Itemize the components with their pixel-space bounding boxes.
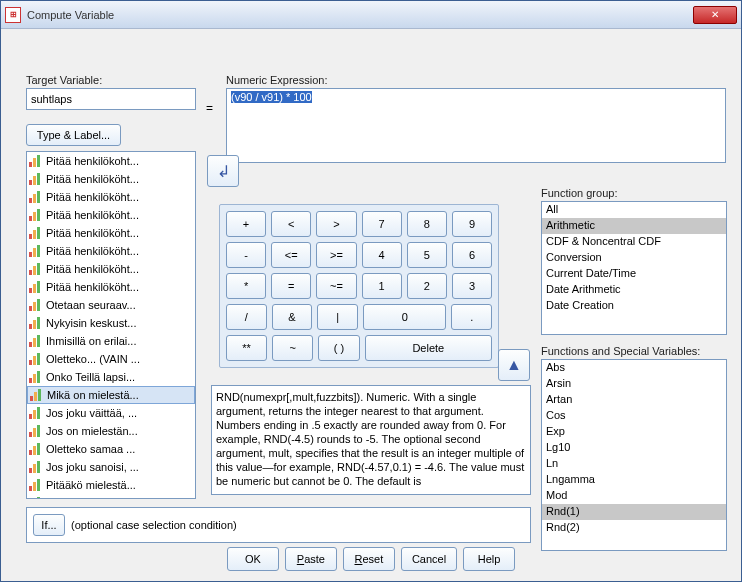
variable-icon — [29, 155, 43, 167]
keypad--button[interactable]: > — [316, 211, 356, 237]
variable-list-item[interactable]: Jos joku väittää, ... — [27, 404, 195, 422]
keypad--button[interactable]: ** — [226, 335, 267, 361]
variable-list-item[interactable]: Ihmisillä on erilai... — [27, 332, 195, 350]
keypad--button[interactable]: / — [226, 304, 267, 330]
variable-list-item[interactable]: Oletteko samaa ... — [27, 440, 195, 458]
variable-list-item[interactable]: Pitää henkilököht... — [27, 224, 195, 242]
keypad--button[interactable]: & — [272, 304, 313, 330]
variable-icon — [29, 191, 43, 203]
keypad-6-button[interactable]: 6 — [452, 242, 492, 268]
functions-list[interactable]: AbsArsinArtanCosExpLg10LnLngammaModRnd(1… — [541, 359, 727, 551]
variable-icon — [29, 335, 43, 347]
variable-label: Pitää henkilököht... — [46, 227, 139, 239]
variable-list-item[interactable]: Onko Teillä lapsi... — [27, 368, 195, 386]
keypad--button[interactable]: <= — [271, 242, 311, 268]
keypad--button[interactable]: + — [226, 211, 266, 237]
keypad-Delete-button[interactable]: Delete — [365, 335, 492, 361]
titlebar: ⊞ Compute Variable ✕ — [1, 1, 741, 29]
variable-icon — [29, 281, 43, 293]
function-item[interactable]: Exp — [542, 424, 726, 440]
keypad-9-button[interactable]: 9 — [452, 211, 492, 237]
keypad-2-button[interactable]: 2 — [407, 273, 447, 299]
numeric-expression-input[interactable]: (v90 / v91) * 100 — [226, 88, 726, 163]
function-group-item[interactable]: Date Creation — [542, 298, 726, 314]
keypad--button[interactable]: ~ — [272, 335, 313, 361]
ok-button[interactable]: OK — [227, 547, 279, 571]
function-item[interactable]: Mod — [542, 488, 726, 504]
variable-list-item[interactable]: Pitää henkilököht... — [27, 206, 195, 224]
function-group-item[interactable]: Current Date/Time — [542, 266, 726, 282]
variable-icon — [29, 245, 43, 257]
close-button[interactable]: ✕ — [693, 6, 737, 24]
function-item[interactable]: Lg10 — [542, 440, 726, 456]
variable-label: Oletteko... (VAIN ... — [46, 353, 140, 365]
function-item[interactable]: Artan — [542, 392, 726, 408]
dialog-buttons: OK Paste Reset Cancel Help — [1, 547, 741, 571]
keypad--button[interactable]: = — [271, 273, 311, 299]
function-group-list[interactable]: AllArithmeticCDF & Noncentral CDFConvers… — [541, 201, 727, 335]
if-condition-section: If... (optional case selection condition… — [26, 507, 531, 543]
target-variable-input[interactable] — [26, 88, 196, 110]
variable-label: Pitääkö mielestä... — [46, 479, 136, 491]
variable-list-item[interactable]: Mikä on mielestä... — [27, 386, 195, 404]
function-item[interactable]: Abs — [542, 360, 726, 376]
function-item[interactable]: Cos — [542, 408, 726, 424]
variable-list-item[interactable]: Pitää henkilököht... — [27, 242, 195, 260]
variable-list-item[interactable]: Otetaan seuraav... — [27, 296, 195, 314]
cancel-button[interactable]: Cancel — [401, 547, 457, 571]
variable-list-item[interactable]: Jos joku sanoisi, ... — [27, 458, 195, 476]
if-button[interactable]: If... — [33, 514, 65, 536]
keypad-1-button[interactable]: 1 — [362, 273, 402, 299]
keypad-4-button[interactable]: 4 — [362, 242, 402, 268]
variable-list-item[interactable]: Pitää henkilökoht... — [27, 152, 195, 170]
function-group-item[interactable]: Arithmetic — [542, 218, 726, 234]
variable-list-item[interactable]: Jos on mielestän... — [27, 422, 195, 440]
keypad-8-button[interactable]: 8 — [407, 211, 447, 237]
variable-list-item[interactable]: Pitää henkilököht... — [27, 260, 195, 278]
keypad--button[interactable]: | — [317, 304, 358, 330]
keypad--button[interactable]: ( ) — [318, 335, 359, 361]
variable-list-item[interactable]: Pitääkö mielestä... — [27, 476, 195, 494]
keypad--button[interactable]: * — [226, 273, 266, 299]
variable-list-item[interactable]: Pitää henkilököht... — [27, 170, 195, 188]
keypad-7-button[interactable]: 7 — [362, 211, 402, 237]
variable-list[interactable]: Pitää henkilökoht...Pitää henkilököht...… — [26, 151, 196, 499]
function-item[interactable]: Arsin — [542, 376, 726, 392]
function-group-item[interactable]: CDF & Noncentral CDF — [542, 234, 726, 250]
paste-button[interactable]: Paste — [285, 547, 337, 571]
help-button[interactable]: Help — [463, 547, 515, 571]
keypad-3-button[interactable]: 3 — [452, 273, 492, 299]
variable-list-item[interactable]: Pitää henkilököht... — [27, 278, 195, 296]
function-item[interactable]: Rnd(1) — [542, 504, 726, 520]
keypad-5-button[interactable]: 5 — [407, 242, 447, 268]
keypad--button[interactable]: < — [271, 211, 311, 237]
keypad--button[interactable]: ~= — [316, 273, 356, 299]
function-group-item[interactable]: Conversion — [542, 250, 726, 266]
keypad--button[interactable]: >= — [316, 242, 356, 268]
variable-list-item[interactable]: Oletteko... (VAIN ... — [27, 350, 195, 368]
variable-label: Pitää henkilököht... — [46, 263, 139, 275]
type-and-label-button[interactable]: Type & Label... — [26, 124, 121, 146]
variable-label: Mikä on mielestä... — [47, 389, 139, 401]
reset-button[interactable]: Reset — [343, 547, 395, 571]
variable-icon — [29, 263, 43, 275]
variable-list-item[interactable]: Nykyisin keskust... — [27, 314, 195, 332]
variable-list-item[interactable]: Onko mielestänn... — [27, 494, 195, 498]
variable-icon — [29, 173, 43, 185]
keypad--button[interactable]: . — [451, 304, 492, 330]
function-group-item[interactable]: Date Arithmetic — [542, 282, 726, 298]
function-description: RND(numexpr[,mult,fuzzbits]). Numeric. W… — [211, 385, 531, 495]
function-item[interactable]: Ln — [542, 456, 726, 472]
variable-icon — [29, 353, 43, 365]
function-group-item[interactable]: All — [542, 202, 726, 218]
function-item[interactable]: Rnd(2) — [542, 520, 726, 536]
insert-function-button[interactable]: ▲ — [498, 349, 530, 381]
if-condition-text: (optional case selection condition) — [71, 519, 237, 531]
function-item[interactable]: Lngamma — [542, 472, 726, 488]
variable-list-item[interactable]: Pitää henkilököht... — [27, 188, 195, 206]
keypad--button[interactable]: - — [226, 242, 266, 268]
variable-icon — [29, 227, 43, 239]
app-icon: ⊞ — [5, 7, 21, 23]
move-to-expression-button[interactable]: ↲ — [207, 155, 239, 187]
keypad-0-button[interactable]: 0 — [363, 304, 446, 330]
